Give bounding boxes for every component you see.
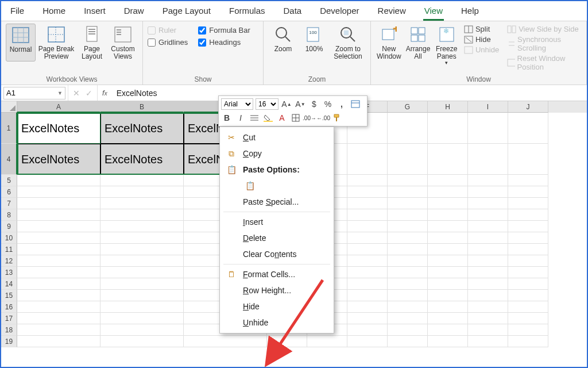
mini-size-select[interactable]: 16 — [256, 98, 278, 110]
menu-paste-default[interactable]: 📋 — [220, 178, 334, 194]
row-header-17[interactable]: 17 — [1, 313, 17, 324]
menu-row-height[interactable]: Row Height... — [220, 282, 334, 298]
cell-J11[interactable] — [508, 244, 548, 255]
increase-decimal-icon[interactable]: .00→ — [304, 112, 315, 124]
cell-A4[interactable]: ExcelNotes — [17, 144, 100, 175]
cell-J12[interactable] — [508, 255, 548, 267]
cell-C19[interactable] — [184, 336, 267, 347]
cell-H15[interactable] — [428, 290, 468, 301]
bold-icon[interactable]: B — [221, 112, 233, 124]
cell-I16[interactable] — [468, 301, 508, 313]
mini-font-select[interactable]: Arial — [221, 98, 253, 110]
cell-J14[interactable] — [508, 278, 548, 290]
menu-insert[interactable]: Insert — [220, 214, 334, 230]
row-header-16[interactable]: 16 — [1, 301, 17, 313]
cell-F11[interactable] — [347, 244, 388, 255]
row-header-15[interactable]: 15 — [1, 290, 17, 301]
decrease-decimal-icon[interactable]: ←.00 — [318, 112, 329, 124]
column-header-B[interactable]: B — [100, 101, 184, 113]
tab-view[interactable]: View — [423, 3, 444, 21]
cell-I10[interactable] — [468, 232, 508, 244]
name-box-dropdown-icon[interactable]: ▼ — [57, 90, 63, 96]
menu-delete[interactable]: Delete — [220, 230, 334, 246]
accept-formula-icon[interactable]: ✓ — [86, 89, 92, 98]
tab-formulas[interactable]: Formulas — [228, 3, 266, 21]
cell-B17[interactable] — [100, 313, 184, 324]
tab-home[interactable]: Home — [41, 3, 67, 21]
cell-I1[interactable] — [468, 113, 508, 144]
cell-E19[interactable] — [307, 336, 347, 347]
cell-I6[interactable] — [468, 186, 508, 198]
cell-B15[interactable] — [100, 290, 184, 301]
cell-G13[interactable] — [388, 267, 428, 278]
cell-G19[interactable] — [388, 336, 428, 347]
cell-A7[interactable] — [17, 198, 100, 209]
cell-A1[interactable]: ExcelNotes — [17, 113, 100, 144]
tab-help[interactable]: Help — [460, 3, 480, 21]
cell-J5[interactable] — [508, 175, 548, 186]
tab-page-layout[interactable]: Page Layout — [161, 3, 212, 21]
cell-I12[interactable] — [468, 255, 508, 267]
formula-bar-checkbox[interactable]: Formula Bar — [198, 26, 250, 34]
cell-F10[interactable] — [347, 232, 388, 244]
cell-G9[interactable] — [388, 221, 428, 232]
cell-A10[interactable] — [17, 232, 100, 244]
cell-A9[interactable] — [17, 221, 100, 232]
tab-review[interactable]: Review — [377, 3, 407, 21]
cell-B13[interactable] — [100, 267, 184, 278]
new-window-button[interactable]: ✚ New Window — [376, 24, 403, 71]
cell-F4[interactable] — [347, 144, 388, 175]
format-painter-icon[interactable] — [331, 112, 343, 124]
row-header-4[interactable]: 4 — [1, 144, 17, 175]
cell-G7[interactable] — [388, 198, 428, 209]
cell-I17[interactable] — [468, 313, 508, 324]
cell-J10[interactable] — [508, 232, 548, 244]
fx-icon[interactable]: fx — [98, 89, 112, 97]
cell-H19[interactable] — [428, 336, 468, 347]
row-header-14[interactable]: 14 — [1, 278, 17, 290]
cell-G12[interactable] — [388, 255, 428, 267]
cell-I13[interactable] — [468, 267, 508, 278]
cell-H18[interactable] — [428, 324, 468, 336]
headings-checkbox[interactable]: Headings — [198, 38, 250, 47]
cell-G16[interactable] — [388, 301, 428, 313]
row-header-5[interactable]: 5 — [1, 175, 17, 186]
menu-clear-contents[interactable]: Clear Contents — [220, 246, 334, 262]
percent-format-icon[interactable]: % — [322, 98, 334, 110]
zoom-button[interactable]: Zoom — [268, 24, 298, 62]
increase-font-icon[interactable]: A▲ — [281, 98, 292, 110]
cell-G11[interactable] — [388, 244, 428, 255]
row-header-10[interactable]: 10 — [1, 232, 17, 244]
cell-B5[interactable] — [100, 175, 184, 186]
cell-B8[interactable] — [100, 209, 184, 221]
cell-B11[interactable] — [100, 244, 184, 255]
cell-J17[interactable] — [508, 313, 548, 324]
row-header-11[interactable]: 11 — [1, 244, 17, 255]
cell-G17[interactable] — [388, 313, 428, 324]
cell-J19[interactable] — [508, 336, 548, 347]
gridlines-checkbox[interactable]: Gridlines — [148, 38, 188, 47]
cell-G6[interactable] — [388, 186, 428, 198]
row-header-9[interactable]: 9 — [1, 221, 17, 232]
cell-G5[interactable] — [388, 175, 428, 186]
cell-B14[interactable] — [100, 278, 184, 290]
select-all-corner[interactable] — [1, 101, 17, 113]
cell-H16[interactable] — [428, 301, 468, 313]
page-break-preview-button[interactable]: Page Break Preview — [37, 24, 76, 62]
split-button[interactable]: Split — [464, 25, 499, 33]
accounting-format-icon[interactable]: $ — [308, 98, 320, 110]
cell-J6[interactable] — [508, 186, 548, 198]
cell-F6[interactable] — [347, 186, 388, 198]
cell-I18[interactable] — [468, 324, 508, 336]
cell-A16[interactable] — [17, 301, 100, 313]
cell-A17[interactable] — [17, 313, 100, 324]
cell-I5[interactable] — [468, 175, 508, 186]
cell-I9[interactable] — [468, 221, 508, 232]
cell-A11[interactable] — [17, 244, 100, 255]
cell-B1[interactable]: ExcelNotes — [100, 113, 184, 144]
cell-H7[interactable] — [428, 198, 468, 209]
column-header-A[interactable]: A — [17, 101, 100, 113]
column-header-G[interactable]: G — [388, 101, 428, 113]
freeze-panes-button[interactable]: ❄ Freeze Panes▾ — [434, 24, 459, 71]
cell-F19[interactable] — [347, 336, 388, 347]
